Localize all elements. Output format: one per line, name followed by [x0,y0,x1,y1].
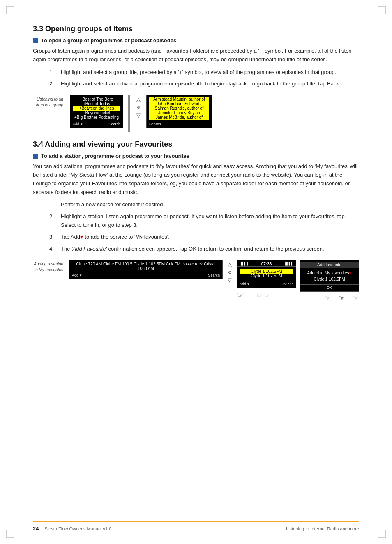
device-screen-33-2: Armistead Maupin, author of John Burnham… [146,95,212,128]
diagram-33-label: Listening to an item in a group [33,95,66,108]
hand-icon-mid: ☞ [256,290,264,300]
signal-right: ▐▌▌▌ [284,262,293,266]
fav-diagram-label: Adding a station to My favourites [33,260,66,273]
arrow-select-icon: ⊙ [137,105,140,110]
screen2-add: Add ▾ [240,282,249,286]
scrollbar [128,95,130,132]
step-1-num: 1 [49,68,56,77]
fav-item-1: Clube FM 100.5 [103,262,132,266]
hand-icon-left: ☞ [237,290,244,300]
step-34-3: 3 Tap Add♥ to add the service to 'My fav… [49,233,359,242]
step-34-2-text: Highlight a station, listen again progra… [61,212,359,230]
arrow-up-icon-2: △ [228,261,232,267]
screen3-body: Added to My favourites♥ Clyde 1 102.5FM [300,269,359,283]
fav-screen-3: Add favourite Added to My favourites♥ Cl… [300,260,359,292]
step-1: 1 Highlight and select a group title, pr… [49,68,359,77]
footer-search-fav: Search [208,273,220,277]
corner-mark-tr [378,6,386,14]
page-number: 24 [33,526,39,532]
section-33-subheader: To open a group of programmes or podcast… [41,37,176,44]
arrow-select-icon-2: ⊙ [228,270,231,274]
footer-search: Search [108,122,120,126]
section-34-body: You can add stations, programmes and pod… [33,162,359,196]
hand-icon-3-left: ☞ [324,293,331,303]
section-34-header: To add a station, programme or podcast t… [33,153,359,159]
screen3-footer: OK [300,284,359,290]
hand-icons-row: ☞ ☞ ☞ [237,290,296,300]
hand-icons-row-3: ☞ ☞ ☞ [300,293,359,303]
hand-icon-3-right: ☞ [338,293,345,303]
fav-footer-1: Add ▾ Search [72,272,220,277]
corner-mark-bl [6,530,14,538]
step-34-4-num: 4 [49,245,56,254]
screen2-item-2: Salman Rushdie, author of [149,106,209,111]
corner-mark-br [378,530,386,538]
screen2-item-0: Armistead Maupin, author of [149,97,209,101]
section-34-steps: 1 Perform a new search for content if de… [49,201,359,253]
hand-icon-3-far: ☞ [352,293,359,303]
section-33: 3.3 Opening groups of items To open a gr… [33,25,359,132]
step-34-1-num: 1 [49,201,56,209]
screen-item-1: +Best of Today [73,101,120,106]
blue-square-icon-2 [33,154,38,159]
screen2-header: ▐▌▌▌ 07:36 ▐▌▌▌ [237,262,296,267]
screen-item-3: +Beyond belief [73,111,120,115]
step-34-4-text: The 'Add Favourite' confirmation screen … [61,245,359,254]
footer-add-fav: Add ▾ [72,273,82,277]
footer-search-right: Search [149,122,161,126]
footer-manual-title: Siesta Flow Owner's Manual v1.0 [44,526,111,531]
fav-diagram: Adding a station to My favourites Clube … [33,260,359,303]
footer-left-group: 24 Siesta Flow Owner's Manual v1.0 [33,526,111,532]
screen2-line1: Clyde 1 102.5FM [240,269,293,274]
section-33-steps: 1 Highlight and select a group title, pr… [49,68,359,89]
step-34-3-num: 3 [49,233,56,242]
arrows-col-2: △ ⊙ ▽ [226,260,233,285]
footer-add: Add ▾ [73,122,83,126]
page: 3.3 Opening groups of items To open a gr… [0,0,392,544]
step-2: 2 Highlight and select an individual pro… [49,80,359,88]
step-2-text: Highlight and select an individual progr… [61,80,359,88]
device-footer-33-2: Search [149,121,209,126]
screen2-item-1: John Burnham Schwartz [149,101,209,106]
screen2-time: 07:36 [261,262,272,266]
fav-item-3: Crik FM classic rock [166,262,203,266]
step-34-1: 1 Perform a new search for content if de… [49,201,359,209]
fav-screen-2: ▐▌▌▌ 07:36 ▐▌▌▌ Clyde 1 102.5FM Clyde 1 … [237,260,296,288]
screen3-line1: Added to My favourites♥ [302,270,356,276]
signal-left: ▐▌▌▌ [240,262,249,266]
fav-screen-3-wrap: Add favourite Added to My favourites♥ Cl… [300,260,359,303]
section-34-title: 3.4 Adding and viewing your Favourites [33,140,359,149]
step-1-text: Highlight and select a group title, prec… [61,68,359,77]
section-33-body: Groups of listen again programmes and po… [33,47,359,64]
page-footer: 24 Siesta Flow Owner's Manual v1.0 Liste… [33,521,359,532]
arrow-down-icon: ▽ [136,112,141,118]
screen2-body: Clyde 1 102.5FM Clyde 1 102.5FM [237,268,296,279]
step-34-2: 2 Highlight a station, listen again prog… [49,212,359,230]
screen-item-2: +Between the lines [73,106,120,111]
corner-mark-tl [6,6,14,14]
arrows-col: △ ⊙ ▽ [135,95,142,120]
screen2-footer: Add ▾ Options [237,281,296,286]
fav-screen-2-wrap: ▐▌▌▌ 07:36 ▐▌▌▌ Clyde 1 102.5FM Clyde 1 … [237,260,296,300]
device-screen-33-1: +Best of The Boro +Best of Today +Betwee… [70,95,123,128]
blue-square-icon [33,38,38,43]
screen2-options: Options [281,282,293,286]
step-34-3-text: Tap Add♥ to add the service to 'My favou… [61,233,359,242]
fav-screen-1: Clube 720 AM Clube FM 100.5 Clyde 1 102.… [69,260,223,279]
section-34: 3.4 Adding and viewing your Favourites T… [33,140,359,303]
diagram-33: Listening to an item in a group +Best of… [33,95,359,132]
arrow-down-icon-2: ▽ [228,277,232,283]
screen-item-0: +Best of The Boro [73,97,120,101]
footer-section-title: Listening to Internet Radio and more [286,526,359,531]
device-footer-33-1: Add ▾ Search [73,121,120,126]
screen-item-4: +Big Brother Podcasting [73,115,120,120]
step-34-4: 4 The 'Add Favourite' confirmation scree… [49,245,359,254]
section-33-header: To open a group of programmes or podcast… [33,37,359,44]
section-34-subheader: To add a station, programme or podcast t… [41,153,189,159]
step-34-2-num: 2 [49,212,56,230]
screen2-item-3: Jennifer Finney Boylan [149,111,209,115]
hand-icon-right: ☞ [264,290,271,300]
step-34-1-text: Perform a new search for content if desi… [61,201,359,209]
screen3-title: Add favourite [300,262,359,268]
screen2-line2: Clyde 1 102.5FM [240,274,293,278]
